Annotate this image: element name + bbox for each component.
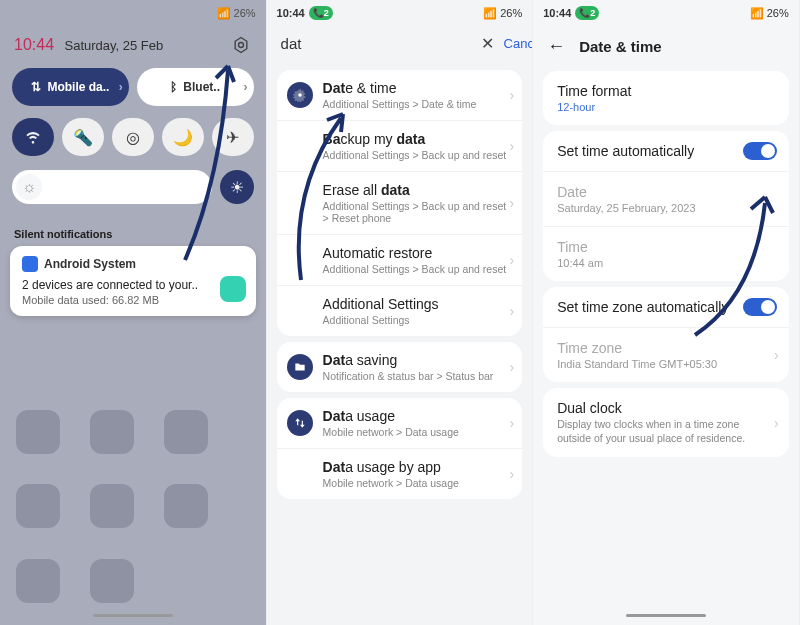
dual-clock-card: Dual clock Display two clocks when in a … [543,388,789,457]
bluetooth-chip[interactable]: ᛒ Bluet.. › [137,68,254,106]
notification-card[interactable]: Android System 2 devices are connected t… [10,246,256,316]
status-time: 10:44 [277,7,305,19]
row-label: Time format [557,83,775,99]
home-indicator[interactable] [93,614,173,617]
result-data-saving[interactable]: Data saving Notification & status bar > … [277,342,523,392]
auto-time-toggle[interactable] [743,142,777,160]
notification-line2: Mobile data used: 66.82 MB [22,294,244,306]
result-erase-data[interactable]: Erase all data Additional Settings > Bac… [277,171,523,234]
auto-tz-row[interactable]: Set time zone automatically [543,287,789,327]
mobile-data-label: Mobile da.. [47,80,109,94]
result-path: Additional Settings > Back up and reset [323,149,509,161]
chevron-right-icon: › [510,252,515,268]
result-additional-settings[interactable]: Additional Settings Additional Settings … [277,285,523,336]
battery-percent: 26% [500,7,522,19]
chevron-right-icon: › [774,347,779,363]
chevron-right-icon: › [510,466,515,482]
status-bar: 10:44 📞2 📶 26% [267,0,533,26]
sim-badge: 📞2 [575,6,599,20]
android-system-icon [22,256,38,272]
sim-badge: 📞2 [309,6,333,20]
chevron-right-icon[interactable]: › [244,80,248,94]
result-backup-data[interactable]: Backup my data Additional Settings > Bac… [277,120,523,171]
signal-icon: 📶 [483,7,497,20]
notification-line1: 2 devices are connected to your.. [22,278,244,292]
bluetooth-icon: ᛒ [170,80,177,94]
result-path: Additional Settings > Back up and reset … [323,200,509,224]
notification-app: Android System [44,257,136,271]
result-date-time[interactable]: Date & time Additional Settings > Date &… [277,70,523,120]
timezone-card: Set time zone automatically Time zone In… [543,287,789,382]
chevron-right-icon: › [510,359,515,375]
result-path: Additional Settings > Back up and reset [323,263,509,275]
row-description: Display two clocks when in a time zone o… [557,418,775,445]
chevron-right-icon: › [510,415,515,431]
time-format-card: Time format 12-hour [543,71,789,125]
tz-row: Time zone India Standard Time GMT+05:30 … [543,327,789,382]
phone-settings-search: 10:44 📞2 📶 26% ✕ Cancel Date & time Addi… [267,0,534,625]
back-button[interactable]: ← [547,36,565,57]
cancel-button[interactable]: Cancel [504,36,534,51]
dual-clock-row[interactable]: Dual clock Display two clocks when in a … [543,388,789,457]
result-data-usage-app[interactable]: Data usage by app Mobile network > Data … [277,448,523,499]
auto-time-row[interactable]: Set time automatically [543,131,789,171]
results-group-3: Data usage Mobile network > Data usage ›… [277,398,523,499]
brightness-track[interactable]: ☼ [12,170,212,204]
signal-icon: 📶 [750,7,764,20]
chevron-right-icon: › [510,195,515,211]
row-label: Time zone [557,340,775,356]
phone-quick-settings: 📶 26% 10:44 Saturday, 25 Feb ⇅ Mobile da… [0,0,267,625]
result-auto-restore[interactable]: Automatic restore Additional Settings > … [277,234,523,285]
auto-tz-toggle[interactable] [743,298,777,316]
chevron-right-icon: › [510,87,515,103]
row-value: 12-hour [557,101,775,113]
status-bar: 10:44 📞2 📶 26% [533,0,799,26]
home-indicator[interactable] [626,614,706,617]
result-data-usage[interactable]: Data usage Mobile network > Data usage › [277,398,523,448]
settings-search-bar: ✕ Cancel [267,26,533,64]
row-label: Dual clock [557,400,775,416]
time-format-row[interactable]: Time format 12-hour [543,71,789,125]
bluetooth-label: Bluet.. [183,80,220,94]
page-title: Date & time [579,38,662,55]
chevron-right-icon: › [774,415,779,431]
chevron-right-icon[interactable]: › [119,80,123,94]
result-path: Additional Settings > Date & time [323,98,509,110]
brightness-knob[interactable]: ☼ [16,174,42,200]
phone-date-time-settings: 10:44 📞2 📶 26% ← Date & time Time format… [533,0,800,625]
row-value: India Standard Time GMT+05:30 [557,358,775,370]
row-value: Saturday, 25 February, 2023 [557,202,775,214]
updown-icon [287,410,313,436]
mobile-data-chip[interactable]: ⇅ Mobile da.. › [12,68,129,106]
auto-time-card: Set time automatically Date Saturday, 25… [543,131,789,281]
battery-percent: 26% [767,7,789,19]
clear-search-icon[interactable]: ✕ [481,32,494,54]
gear-icon [287,82,313,108]
chevron-right-icon: › [510,303,515,319]
row-label: Date [557,184,775,200]
results-group-2: Data saving Notification & status bar > … [277,342,523,392]
titlebar: ← Date & time [533,26,799,65]
updown-icon: ⇅ [31,80,41,94]
search-input[interactable] [281,35,471,52]
result-path: Additional Settings [323,314,509,326]
time-row: Time 10:44 am [543,226,789,281]
date-row: Date Saturday, 25 February, 2023 [543,171,789,226]
row-value: 10:44 am [557,257,775,269]
row-label: Time [557,239,775,255]
results-group-1: Date & time Additional Settings > Date &… [277,70,523,336]
result-path: Mobile network > Data usage [323,477,509,489]
chevron-right-icon: › [510,138,515,154]
result-path: Mobile network > Data usage [323,426,509,438]
result-path: Notification & status bar > Status bar [323,370,509,382]
folder-icon [287,354,313,380]
status-time: 10:44 [543,7,571,19]
notification-action-icon[interactable] [220,276,246,302]
